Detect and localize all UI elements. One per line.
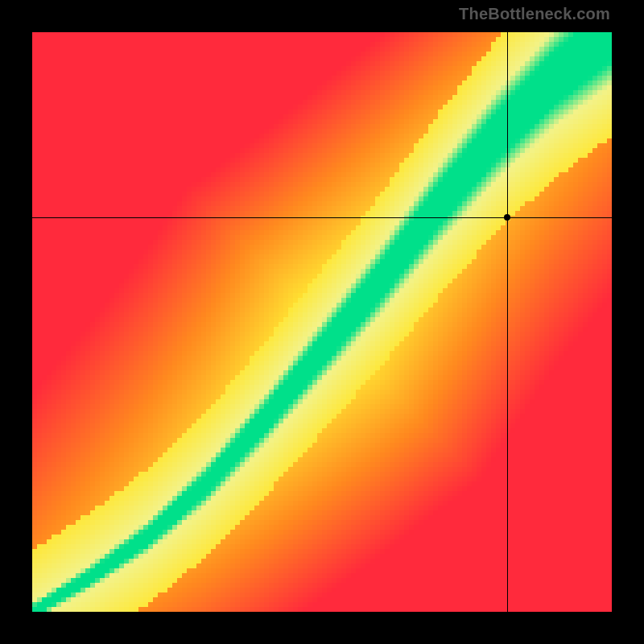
- chart-frame: TheBottleneck.com: [0, 0, 644, 644]
- heatmap-canvas: [32, 32, 612, 612]
- watermark-text: TheBottleneck.com: [459, 5, 610, 23]
- bottleneck-heatmap: [32, 32, 612, 612]
- crosshair-horizontal: [32, 217, 612, 218]
- crosshair-vertical: [507, 32, 508, 612]
- selection-marker: [504, 214, 510, 221]
